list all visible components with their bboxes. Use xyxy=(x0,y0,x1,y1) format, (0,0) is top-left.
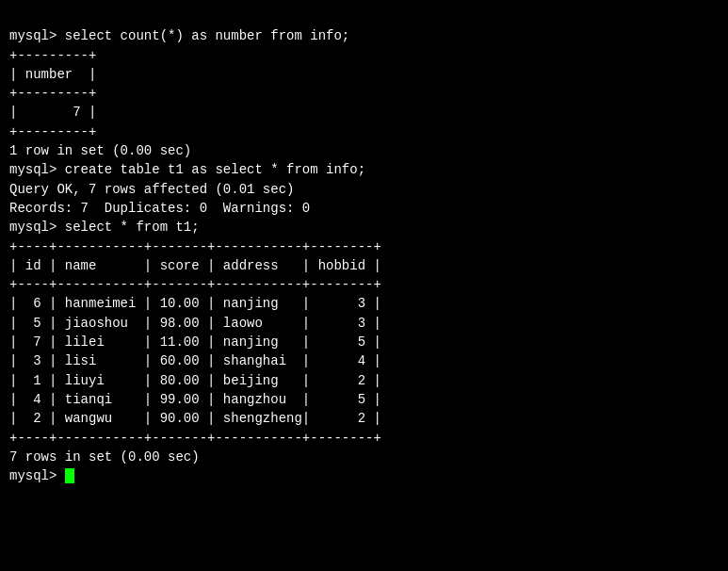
terminal-output: Query OK, 7 rows affected (0.01 sec) xyxy=(9,180,719,199)
cursor xyxy=(65,468,74,483)
terminal-output: | id | name | score | address | hobbid | xyxy=(9,256,719,275)
terminal-output: | 1 | liuyi | 80.00 | beijing | 2 | xyxy=(9,371,719,390)
terminal-output: | number | xyxy=(9,65,719,84)
terminal-output: +----+-----------+-------+-----------+--… xyxy=(9,429,719,448)
terminal-command: mysql> create table t1 as select * from … xyxy=(9,160,719,179)
terminal-output: +---------+ xyxy=(9,122,719,141)
terminal-output: | 2 | wangwu | 90.00 | shengzheng| 2 | xyxy=(9,409,719,428)
terminal-output: | 4 | tianqi | 99.00 | hangzhou | 5 | xyxy=(9,390,719,409)
prompt-text: mysql> xyxy=(9,468,65,483)
terminal-output: 1 row in set (0.00 sec) xyxy=(9,141,719,160)
terminal-prompt: mysql> xyxy=(9,466,719,485)
terminal-output: | 6 | hanmeimei | 10.00 | nanjing | 3 | xyxy=(9,294,719,313)
terminal-output: | 7 | xyxy=(9,103,719,122)
terminal-output: +----+-----------+-------+-----------+--… xyxy=(9,275,719,294)
terminal-command: mysql> select count(*) as number from in… xyxy=(9,26,719,45)
terminal-output: Records: 7 Duplicates: 0 Warnings: 0 xyxy=(9,199,719,218)
terminal-output: +---------+ xyxy=(9,46,719,65)
terminal-command: mysql> select * from t1; xyxy=(9,218,719,237)
terminal-output: | 3 | lisi | 60.00 | shanghai | 4 | xyxy=(9,351,719,370)
terminal-window: mysql> select count(*) as number from in… xyxy=(0,0,728,571)
terminal-output: 7 rows in set (0.00 sec) xyxy=(9,448,719,466)
terminal-output: | 5 | jiaoshou | 98.00 | laowo | 3 | xyxy=(9,314,719,333)
terminal-output: +----+-----------+-------+-----------+--… xyxy=(9,237,719,256)
terminal-output: | 7 | lilei | 11.00 | nanjing | 5 | xyxy=(9,333,719,351)
terminal-output: +---------+ xyxy=(9,84,719,103)
